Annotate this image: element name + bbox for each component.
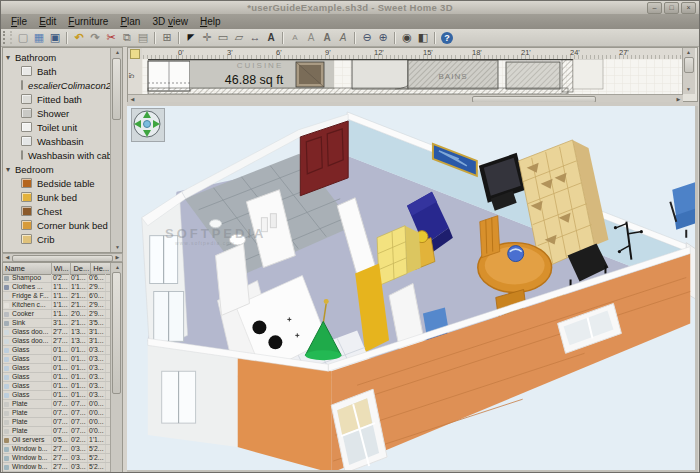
catalog-horizontal-scrollbar[interactable]: ◀ ▶ — [2, 253, 123, 262]
zoom-in-icon[interactable]: ⊕ — [376, 30, 391, 45]
plan-furniture-chest[interactable] — [296, 62, 324, 87]
escaliercolimacon2-icon — [21, 80, 23, 90]
catalog-item-crib[interactable]: Crib — [3, 232, 111, 246]
text-style-italic-icon[interactable]: A — [336, 30, 351, 45]
table-row[interactable]: Oil servers0'5...0'2...1'1... — [3, 436, 111, 445]
redo-icon[interactable]: ↷ — [88, 30, 103, 45]
menu-edit[interactable]: Edit — [33, 15, 62, 28]
photo-icon[interactable]: ◉ — [400, 30, 415, 45]
catalog-item-chest[interactable]: Chest — [3, 204, 111, 218]
compass-navigation-icon[interactable] — [131, 108, 165, 142]
collapse-icon[interactable]: ▾ — [6, 165, 15, 174]
menu-help[interactable]: Help — [194, 15, 227, 28]
close-button[interactable]: × — [681, 2, 696, 14]
text-style-bold-icon[interactable]: A — [320, 30, 335, 45]
maximize-button[interactable]: □ — [664, 2, 679, 14]
menu-furniture[interactable]: Furniture — [62, 15, 114, 28]
column-header-he[interactable]: He... — [91, 263, 111, 274]
3d-view[interactable]: SOFTPEDIA www.softpedia.com — [127, 106, 698, 473]
video-icon[interactable]: ◧ — [416, 30, 431, 45]
column-header-de[interactable]: De... — [71, 263, 91, 274]
pan-icon[interactable]: ✛ — [200, 30, 215, 45]
menu-plan[interactable]: Plan — [114, 15, 146, 28]
scroll-up-icon[interactable]: ▲ — [684, 48, 693, 57]
table-row[interactable]: Fridge & F...1'1...2'1...6'0... — [3, 292, 111, 301]
create-dimensions-icon[interactable]: ↔ — [248, 30, 263, 45]
table-row[interactable]: Plate0'7...0'7...0'0... — [3, 400, 111, 409]
plan-canvas[interactable]: CUISINE 46.88 sq ft BAINS — [142, 59, 683, 95]
category-bathroom[interactable]: ▾Bathroom — [3, 50, 111, 64]
minimize-button[interactable]: – — [647, 2, 662, 14]
plan-vertical-scrollbar[interactable]: ▲ ▼ — [682, 48, 695, 94]
table-row[interactable]: Glass0'1...0'1...0'3... — [3, 346, 111, 355]
catalog-item-escaliercolimacon2[interactable]: escalierColimacon2 — [3, 78, 111, 92]
table-row[interactable]: Glass doo...2'7...1'3...3'1... — [3, 337, 111, 346]
scroll-left-icon[interactable]: ◀ — [3, 253, 12, 262]
scroll-down-icon[interactable]: ▼ — [113, 243, 122, 252]
scrollbar-thumb[interactable] — [684, 57, 694, 73]
column-header-wi[interactable]: Wi... — [52, 263, 72, 274]
select-icon[interactable]: ◤ — [184, 30, 199, 45]
level-tab-icon[interactable] — [130, 49, 140, 59]
table-row[interactable]: Kitchen c...1'1...2'1...2'9... — [3, 301, 111, 310]
scrollbar-thumb[interactable] — [12, 255, 113, 262]
create-rooms-icon[interactable]: ▱ — [232, 30, 247, 45]
copy-icon[interactable]: ⧉ — [120, 30, 135, 45]
scrollbar-thumb[interactable] — [112, 58, 121, 120]
undo-icon[interactable]: ↶ — [72, 30, 87, 45]
table-row[interactable]: Cooker1'1...2'0...2'9... — [3, 310, 111, 319]
new-document-icon[interactable]: ▢ — [16, 30, 31, 45]
collapse-icon[interactable]: ▾ — [6, 53, 15, 62]
menu-file[interactable]: File — [5, 15, 33, 28]
text-style-regular-icon[interactable]: A — [304, 30, 319, 45]
add-furniture-icon[interactable]: ⊞ — [160, 30, 175, 45]
category-bedroom[interactable]: ▾Bedroom — [3, 162, 111, 176]
table-row[interactable]: Shampoo0'2...0'1...0'6... — [3, 274, 111, 283]
table-row[interactable]: Window b...2'7...0'3...5'2... — [3, 445, 111, 454]
text-style-small-icon[interactable]: A — [288, 30, 303, 45]
table-row[interactable]: Glass0'1...0'1...0'3... — [3, 364, 111, 373]
catalog-item-bunk-bed[interactable]: Bunk bed — [3, 190, 111, 204]
save-icon[interactable]: ▣ — [48, 30, 63, 45]
scroll-down-icon[interactable]: ▼ — [684, 85, 693, 94]
column-header-name[interactable]: Name — [3, 263, 52, 274]
table-row[interactable]: Glass0'1...0'1...0'3... — [3, 355, 111, 364]
help-icon[interactable]: ? — [441, 32, 453, 44]
table-row[interactable]: Plate0'7...0'7...0'0... — [3, 409, 111, 418]
cut-icon[interactable]: ✂ — [104, 30, 119, 45]
table-row[interactable]: Plate0'7...0'7...0'0... — [3, 418, 111, 427]
zoom-out-icon[interactable]: ⊖ — [360, 30, 375, 45]
catalog-item-shower[interactable]: Shower — [3, 106, 111, 120]
table-row[interactable]: Plate0'7...0'7...0'0... — [3, 427, 111, 436]
table-row[interactable]: Clothes ...1'1...1'1...2'9... — [3, 283, 111, 292]
catalog-item-toilet-unit[interactable]: Toilet unit — [3, 120, 111, 134]
catalog-item-bedside-table[interactable]: Bedside table — [3, 176, 111, 190]
title-bar[interactable]: *userGuideExample.sh3d - Sweet Home 3D –… — [1, 1, 699, 15]
open-icon[interactable]: ▦ — [32, 30, 47, 45]
catalog-item-washbasin[interactable]: Washbasin — [3, 134, 111, 148]
table-row[interactable]: Glass0'1...0'1...0'3... — [3, 373, 111, 382]
scroll-right-icon[interactable]: ▶ — [113, 253, 122, 262]
scroll-up-icon[interactable]: ▲ — [113, 263, 122, 272]
cell-w: 0'5... — [52, 436, 70, 444]
catalog-item-corner-bunk-bed[interactable]: Corner bunk bed — [3, 218, 111, 232]
table-row[interactable]: Glass0'1...0'1...0'3... — [3, 382, 111, 391]
paste-icon[interactable]: ▤ — [136, 30, 151, 45]
table-row[interactable]: Window b...2'7...0'3...5'2... — [3, 463, 111, 472]
toolbar-drag-handle[interactable] — [3, 31, 12, 44]
table-row[interactable]: Glass0'1...0'1...0'3... — [3, 391, 111, 400]
scrollbar-thumb[interactable] — [112, 272, 121, 394]
create-text-icon[interactable]: A — [264, 30, 279, 45]
table-row[interactable]: Window b...2'7...0'3...5'2... — [3, 454, 111, 463]
table-row[interactable]: Glass doo...2'7...1'3...3'1... — [3, 328, 111, 337]
scroll-up-icon[interactable]: ▲ — [113, 48, 122, 57]
table-vertical-scrollbar[interactable]: ▲ — [110, 263, 122, 472]
catalog-item-washbasin-with-cabine[interactable]: Washbasin with cabine — [3, 148, 111, 162]
menu-3d-view[interactable]: 3D view — [146, 15, 194, 28]
catalog-vertical-scrollbar[interactable]: ▲ ▼ — [110, 48, 122, 252]
catalog-item-bath[interactable]: Bath — [3, 64, 111, 78]
catalog-item-fitted-bath[interactable]: Fitted bath — [3, 92, 111, 106]
category-label: Bedroom — [15, 164, 54, 175]
table-row[interactable]: Sink3'1...2'1...3'5... — [3, 319, 111, 328]
create-walls-icon[interactable]: ▭ — [216, 30, 231, 45]
